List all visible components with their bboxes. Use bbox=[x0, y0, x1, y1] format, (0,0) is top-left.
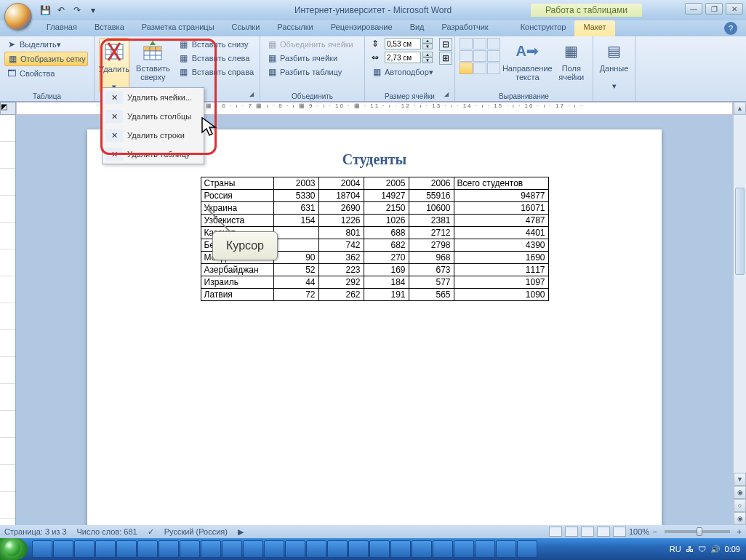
select-button[interactable]: ➤Выделить ▾ bbox=[4, 38, 88, 51]
tab-insert[interactable]: Вставка bbox=[86, 20, 133, 36]
align-tl[interactable] bbox=[460, 38, 473, 49]
table-row[interactable]: Россия533018704149275591694877 bbox=[201, 190, 548, 202]
table-cell[interactable]: Россия bbox=[201, 190, 273, 202]
view-draft[interactable] bbox=[613, 527, 626, 537]
cell-margins-button[interactable]: ▦ Поля ячейки bbox=[555, 38, 588, 83]
table-cell[interactable]: 154 bbox=[273, 215, 318, 227]
office-button[interactable] bbox=[4, 3, 32, 31]
qat-more-icon[interactable]: ▾ bbox=[86, 3, 100, 17]
table-cell[interactable]: 1690 bbox=[454, 252, 548, 264]
table-cell[interactable]: 577 bbox=[409, 276, 454, 289]
table-cell[interactable]: 10600 bbox=[409, 202, 454, 215]
gridlines-button[interactable]: ▦Отобразить сетку bbox=[4, 52, 88, 66]
table-cell[interactable]: 2798 bbox=[409, 239, 454, 252]
zoom-out[interactable]: − bbox=[652, 527, 657, 536]
status-macro-icon[interactable]: ▶ bbox=[238, 527, 244, 537]
table-cell[interactable]: 2381 bbox=[409, 215, 454, 227]
col-width-control[interactable]: ⇔ ▲▼ bbox=[369, 52, 435, 63]
table-cell[interactable]: 44 bbox=[273, 276, 318, 289]
align-bl[interactable] bbox=[460, 63, 473, 74]
status-page[interactable]: Страница: 3 из 3 bbox=[4, 527, 67, 536]
dialog-launcher-rows[interactable]: ◢ bbox=[249, 91, 258, 100]
task-item[interactable] bbox=[390, 540, 411, 558]
menu-delete-cells[interactable]: ✕Удалить ячейки... bbox=[103, 88, 204, 107]
tray-network-icon[interactable]: 🖧 bbox=[686, 545, 694, 553]
task-item[interactable] bbox=[159, 540, 179, 558]
status-proofing-icon[interactable]: ✓ bbox=[148, 527, 154, 537]
table-cell[interactable]: 565 bbox=[409, 289, 454, 301]
task-item[interactable] bbox=[180, 540, 200, 558]
task-item[interactable] bbox=[433, 540, 453, 558]
table-cell[interactable]: 4787 bbox=[454, 215, 548, 227]
table-cell[interactable]: 169 bbox=[364, 264, 409, 276]
tab-mailings[interactable]: Рассылки bbox=[268, 20, 321, 36]
save-icon[interactable]: 💾 bbox=[38, 3, 52, 17]
align-tc[interactable] bbox=[473, 38, 486, 49]
split-cells-button[interactable]: ▦Разбить ячейки bbox=[265, 52, 355, 65]
scroll-down[interactable]: ▼ bbox=[734, 473, 746, 486]
alignment-grid[interactable] bbox=[460, 38, 500, 74]
prev-page-icon[interactable]: ◉ bbox=[734, 486, 746, 499]
split-table-button[interactable]: ▦Разбить таблицу bbox=[265, 65, 355, 79]
menu-delete-columns[interactable]: ✕Удалить столбцы bbox=[103, 107, 204, 126]
ruler-corner[interactable]: ◩ bbox=[0, 102, 16, 115]
task-item[interactable] bbox=[95, 540, 116, 558]
dialog-launcher-size[interactable]: ◢ bbox=[444, 91, 453, 100]
table-cell[interactable]: 16071 bbox=[454, 202, 548, 215]
vertical-scrollbar[interactable]: ▲ ▼ ◉ ○ ◉ bbox=[733, 102, 746, 525]
zoom-level[interactable]: 100% bbox=[629, 527, 649, 536]
table-cell[interactable]: 968 bbox=[409, 252, 454, 264]
table-cell[interactable]: 262 bbox=[318, 289, 364, 301]
redo-icon[interactable]: ↷ bbox=[70, 3, 84, 17]
tray-volume-icon[interactable]: 🔊 bbox=[710, 545, 721, 554]
menu-delete-table[interactable]: ✕Удалить таблицу bbox=[103, 145, 204, 164]
table-cell[interactable]: 223 bbox=[318, 264, 364, 276]
table-cell[interactable]: 4401 bbox=[454, 227, 548, 239]
table-cell[interactable]: 631 bbox=[273, 202, 318, 215]
table-cell[interactable] bbox=[273, 239, 318, 252]
tab-review[interactable]: Рецензирование bbox=[322, 20, 401, 36]
table-cell[interactable]: 94877 bbox=[454, 190, 548, 202]
align-mr[interactable] bbox=[487, 50, 500, 62]
table-cell[interactable]: Азербайджан bbox=[201, 264, 273, 276]
tab-references[interactable]: Ссылки bbox=[223, 20, 269, 36]
table-cell[interactable]: 18704 bbox=[318, 190, 364, 202]
browse-object-icon[interactable]: ○ bbox=[734, 499, 746, 512]
task-item[interactable] bbox=[517, 540, 537, 558]
close-button[interactable]: ✕ bbox=[726, 3, 743, 15]
tab-home[interactable]: Главная bbox=[38, 20, 86, 36]
task-item[interactable] bbox=[116, 540, 137, 558]
zoom-in[interactable]: + bbox=[737, 527, 742, 536]
table-cell[interactable]: 1026 bbox=[364, 215, 409, 227]
table-cell[interactable]: 184 bbox=[364, 276, 409, 289]
task-item[interactable] bbox=[137, 540, 158, 558]
data-button[interactable]: ▤ Данные▾ bbox=[598, 38, 630, 92]
table-cell[interactable]: 72 bbox=[273, 289, 318, 301]
align-br[interactable] bbox=[487, 63, 500, 74]
align-ml[interactable] bbox=[460, 50, 473, 62]
table-cell[interactable]: 52 bbox=[273, 264, 318, 276]
table-cell[interactable] bbox=[273, 227, 318, 239]
menu-delete-rows[interactable]: ✕Удалить строки bbox=[103, 126, 204, 145]
table-cell[interactable]: 2150 bbox=[364, 202, 409, 215]
task-item[interactable] bbox=[348, 540, 369, 558]
view-outline[interactable] bbox=[597, 527, 610, 537]
task-item[interactable] bbox=[496, 540, 516, 558]
task-item[interactable] bbox=[74, 540, 95, 558]
table-row[interactable]: Израиль442921845771097 bbox=[201, 276, 548, 289]
scroll-thumb[interactable] bbox=[735, 188, 745, 275]
table-cell[interactable]: 742 bbox=[318, 239, 364, 252]
table-cell[interactable]: 362 bbox=[318, 252, 364, 264]
insert-above-button[interactable]: Вставить сверху bbox=[131, 38, 175, 83]
task-item[interactable] bbox=[306, 540, 326, 558]
table-cell[interactable]: 801 bbox=[318, 227, 364, 239]
view-full-screen[interactable] bbox=[565, 527, 578, 537]
table-cell[interactable]: 2690 bbox=[318, 202, 364, 215]
task-item[interactable] bbox=[285, 540, 305, 558]
table-cell[interactable]: 1097 bbox=[454, 276, 548, 289]
tray-clock[interactable]: 0:09 bbox=[725, 545, 740, 553]
width-up[interactable]: ▲ bbox=[422, 52, 433, 57]
align-bc[interactable] bbox=[473, 63, 486, 74]
task-item[interactable] bbox=[201, 540, 221, 558]
autofit-button[interactable]: ▦Автоподбор ▾ bbox=[369, 65, 435, 79]
